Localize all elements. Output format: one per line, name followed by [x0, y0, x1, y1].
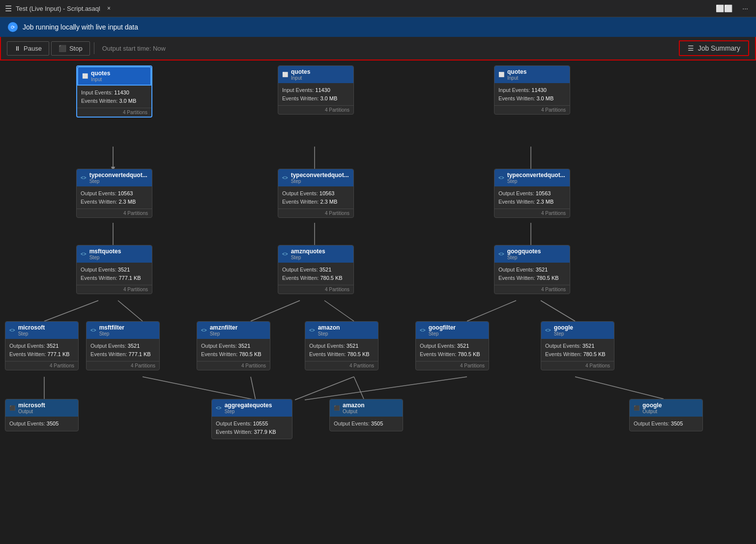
svg-line-15 [295, 377, 354, 400]
node-subtitle: Input [91, 77, 110, 82]
node-quotes-3[interactable]: ⬜ quotes Input Input Events: 11430 Event… [494, 65, 570, 115]
events-written-value: 3.0 MB [119, 98, 136, 104]
events-written-label: Events Written: 3.0 MB [81, 97, 147, 105]
input-events-label: Input Events: 11430 [81, 89, 147, 97]
input-icon-2: ⬜ [282, 72, 288, 77]
status-message: Job running locally with live input data [23, 23, 138, 31]
node-typeconverted-3[interactable]: <> typeconvertedquot... Step Output Even… [494, 169, 570, 218]
node-msftquotes[interactable]: <> msftquotes Step Output Events: 3521 E… [76, 245, 152, 294]
more-actions-button[interactable]: ··· [739, 3, 751, 13]
status-icon: ⟳ [8, 22, 18, 32]
stop-button[interactable]: ⬛ Stop [51, 41, 90, 56]
pause-label: Pause [24, 45, 42, 52]
node-typeconverted-2[interactable]: <> typeconvertedquot... Step Output Even… [278, 169, 354, 218]
node-title: quotes [91, 70, 110, 77]
tab-title: Test (Live Input) - Script.asaql [16, 5, 100, 12]
stop-icon: ⬛ [58, 45, 66, 52]
step-icon-1: <> [81, 175, 87, 181]
node-amznquotes[interactable]: <> amznquotes Step Output Events: 3521 E… [278, 245, 354, 294]
stop-label: Stop [69, 45, 83, 52]
pause-icon: ⏸ [14, 45, 21, 52]
svg-line-16 [354, 377, 364, 399]
diagram-canvas[interactable]: ⬜ quotes Input Input Events: 11430 Event… [0, 60, 756, 544]
svg-line-10 [467, 301, 516, 321]
svg-line-6 [44, 301, 98, 321]
node-amznfilter[interactable]: <> amznfilter Step Output Events: 3521 E… [197, 321, 270, 370]
node-quotes-2[interactable]: ⬜ quotes Input Input Events: 11430 Event… [278, 65, 354, 115]
node-google-step[interactable]: <> google Step Output Events: 3521 Event… [541, 321, 614, 370]
input-events-value: 11430 [114, 90, 129, 95]
partitions-label: 4 Partitions [77, 108, 151, 117]
tc1-title: typeconvertedquot... [89, 172, 147, 179]
toolbar-separator [94, 42, 94, 54]
list-icon: ☰ [688, 44, 694, 52]
job-summary-button[interactable]: ☰ Job Summary [679, 40, 749, 56]
svg-line-7 [118, 301, 143, 321]
node-subtitle-3: Input [507, 75, 526, 81]
svg-line-11 [541, 301, 575, 321]
node-quotes-1[interactable]: ⬜ quotes Input Input Events: 11430 Event… [76, 65, 152, 118]
input-icon-3: ⬜ [498, 72, 504, 77]
output-time-label: Output start time: Now [102, 45, 166, 52]
node-aggregatequotes[interactable]: <> aggregatequotes Step Output Events: 1… [211, 399, 292, 439]
close-tab-button[interactable]: × [104, 4, 114, 13]
node-microsoft-output[interactable]: ⬛ microsoft Output Output Events: 3505 [5, 399, 79, 431]
svg-line-17 [305, 377, 467, 400]
split-editor-button[interactable]: ⬜⬜ [713, 3, 735, 13]
connections-svg [0, 60, 756, 544]
node-msftfilter[interactable]: <> msftfilter Step Output Events: 3521 E… [86, 321, 160, 370]
input-icon: ⬜ [82, 73, 88, 79]
node-subtitle-2: Input [291, 75, 310, 81]
node-typeconverted-1[interactable]: <> typeconvertedquot... Step Output Even… [76, 169, 152, 218]
menu-icon[interactable]: ☰ [5, 4, 12, 13]
svg-line-14 [251, 377, 256, 400]
svg-line-13 [143, 377, 256, 400]
node-amazon-step[interactable]: <> amazon Step Output Events: 3521 Event… [305, 321, 378, 370]
toolbar: ⏸ Pause ⬛ Stop Output start time: Now ☰ … [0, 37, 756, 60]
tc1-subtitle: Step [89, 179, 147, 184]
partitions-3: 4 Partitions [494, 105, 570, 114]
node-googquotes[interactable]: <> googquotes Step Output Events: 3521 E… [494, 245, 570, 294]
node-google-output[interactable]: ⬛ google Output Output Events: 3505 [629, 399, 703, 431]
title-bar: ☰ Test (Live Input) - Script.asaql × ⬜⬜ … [0, 0, 756, 17]
status-bar: ⟳ Job running locally with live input da… [0, 17, 756, 37]
node-title-3: quotes [507, 68, 526, 75]
svg-line-18 [575, 377, 664, 399]
node-title-2: quotes [291, 68, 310, 75]
svg-line-8 [251, 301, 300, 321]
partitions-2: 4 Partitions [278, 105, 353, 114]
node-microsoft-step[interactable]: <> microsoft Step Output Events: 3521 Ev… [5, 321, 79, 370]
job-summary-label: Job Summary [698, 44, 740, 52]
node-googfilter[interactable]: <> googfilter Step Output Events: 3521 E… [415, 321, 489, 370]
svg-line-9 [324, 301, 354, 321]
node-amazon-output[interactable]: ⬛ amazon Output Output Events: 3505 [329, 399, 403, 431]
pause-button[interactable]: ⏸ Pause [7, 41, 49, 56]
